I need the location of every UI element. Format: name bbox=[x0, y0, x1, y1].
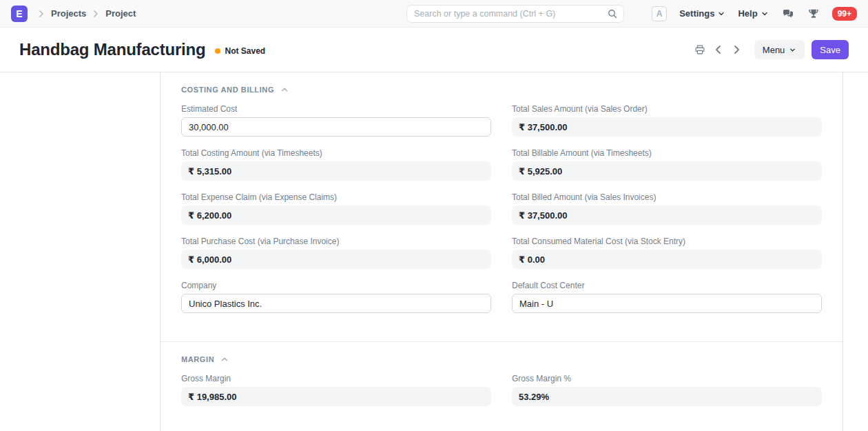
form-page: COSTING AND BILLING Estimated Cost Total… bbox=[0, 72, 868, 431]
section-costing-and-billing: COSTING AND BILLING Estimated Cost Total… bbox=[161, 72, 843, 332]
help-dropdown[interactable]: Help bbox=[738, 8, 768, 19]
trophy-icon[interactable] bbox=[807, 8, 820, 20]
page-title: Handbag Manufacturing bbox=[19, 40, 205, 59]
chevron-up-icon bbox=[220, 354, 229, 364]
field-label: Total Expense Claim (via Expense Claims) bbox=[181, 192, 491, 202]
project-form: COSTING AND BILLING Estimated Cost Total… bbox=[160, 72, 843, 431]
save-button[interactable]: Save bbox=[812, 40, 849, 59]
company-input[interactable] bbox=[181, 294, 491, 313]
field-label: Default Cost Center bbox=[512, 281, 822, 290]
menu-button-label: Menu bbox=[763, 45, 785, 55]
section-margin-title: MARGIN bbox=[181, 355, 214, 363]
field-label: Total Sales Amount (via Sales Order) bbox=[512, 104, 822, 114]
field-total-billed-amount: Total Billed Amount (via Sales Invoices)… bbox=[512, 192, 822, 225]
gross-margin-percent-value: 53.29% bbox=[512, 387, 822, 406]
total-purchase-cost-value: ₹ 6,000.00 bbox=[181, 250, 491, 269]
field-total-purchase-cost: Total Purchase Cost (via Purchase Invoic… bbox=[181, 237, 491, 269]
field-estimated-cost: Estimated Cost bbox=[181, 104, 491, 137]
search-icon bbox=[607, 8, 618, 19]
chevron-right-icon bbox=[90, 8, 101, 19]
field-label: Company bbox=[181, 281, 491, 290]
total-expense-claim-value: ₹ 6,200.00 bbox=[181, 206, 491, 225]
section-costing-title: COSTING AND BILLING bbox=[181, 86, 274, 94]
total-billable-amount-value: ₹ 5,925.00 bbox=[512, 161, 822, 181]
total-costing-amount-value: ₹ 5,315.00 bbox=[181, 161, 491, 181]
user-avatar[interactable]: A bbox=[652, 6, 667, 21]
not-saved-dot bbox=[215, 48, 220, 54]
default-cost-center-input[interactable] bbox=[512, 294, 822, 313]
section-margin: MARGIN Gross Margin ₹ 19,985.00 Gross Ma… bbox=[161, 342, 843, 425]
next-record-icon[interactable] bbox=[731, 44, 742, 55]
navbar: E Projects Project A Settings Help bbox=[0, 0, 868, 28]
field-total-sales-amount: Total Sales Amount (via Sales Order) ₹ 3… bbox=[512, 104, 822, 137]
status-badge: Not Saved bbox=[215, 46, 265, 56]
field-default-cost-center: Default Cost Center bbox=[512, 281, 822, 313]
gross-margin-value: ₹ 19,985.00 bbox=[181, 387, 491, 406]
total-billed-amount-value: ₹ 37,500.00 bbox=[512, 206, 822, 225]
total-sales-amount-value: ₹ 37,500.00 bbox=[512, 117, 822, 137]
page-header: Handbag Manufacturing Not Saved Menu bbox=[0, 28, 868, 72]
chevron-right-icon bbox=[36, 8, 47, 19]
notifications-badge[interactable]: 99+ bbox=[832, 7, 857, 21]
field-gross-margin-percent: Gross Margin % 53.29% bbox=[512, 374, 822, 406]
total-consumed-material-cost-value: ₹ 0.00 bbox=[512, 250, 822, 269]
field-label: Gross Margin % bbox=[512, 374, 822, 383]
settings-label: Settings bbox=[679, 8, 714, 19]
field-label: Total Billable Amount (via Timesheets) bbox=[512, 148, 822, 158]
chevron-up-icon bbox=[280, 85, 289, 94]
field-label: Total Billed Amount (via Sales Invoices) bbox=[512, 192, 822, 202]
help-label: Help bbox=[738, 8, 757, 19]
field-total-costing-amount: Total Costing Amount (via Timesheets) ₹ … bbox=[181, 148, 491, 181]
field-label: Total Consumed Material Cost (via Stock … bbox=[512, 237, 822, 246]
prev-record-icon[interactable] bbox=[713, 44, 724, 55]
chat-icon[interactable] bbox=[781, 7, 795, 21]
menu-button[interactable]: Menu bbox=[754, 40, 805, 59]
settings-dropdown[interactable]: Settings bbox=[679, 8, 725, 19]
chevron-down-icon bbox=[789, 46, 796, 54]
field-total-consumed-material-cost: Total Consumed Material Cost (via Stock … bbox=[512, 237, 822, 269]
field-label: Estimated Cost bbox=[181, 104, 491, 114]
breadcrumb-project[interactable]: Project bbox=[104, 8, 137, 19]
app-logo[interactable]: E bbox=[11, 6, 28, 22]
chevron-down-icon bbox=[717, 10, 725, 18]
field-gross-margin: Gross Margin ₹ 19,985.00 bbox=[181, 374, 491, 406]
breadcrumb-projects[interactable]: Projects bbox=[50, 8, 87, 19]
status-label: Not Saved bbox=[225, 46, 265, 56]
section-margin-header[interactable]: MARGIN bbox=[181, 354, 822, 364]
field-label: Gross Margin bbox=[181, 374, 491, 383]
field-label: Total Purchase Cost (via Purchase Invoic… bbox=[181, 237, 491, 246]
global-search[interactable] bbox=[406, 5, 624, 23]
field-label: Total Costing Amount (via Timesheets) bbox=[181, 148, 491, 158]
print-icon[interactable] bbox=[694, 43, 706, 56]
search-input[interactable] bbox=[414, 9, 607, 19]
estimated-cost-input[interactable] bbox=[181, 117, 491, 137]
field-total-billable-amount: Total Billable Amount (via Timesheets) ₹… bbox=[512, 148, 822, 181]
section-costing-header[interactable]: COSTING AND BILLING bbox=[181, 85, 822, 94]
field-total-expense-claim: Total Expense Claim (via Expense Claims)… bbox=[181, 192, 491, 225]
chevron-down-icon bbox=[761, 10, 769, 18]
field-company: Company bbox=[181, 281, 491, 313]
breadcrumb: E Projects Project bbox=[11, 6, 137, 22]
